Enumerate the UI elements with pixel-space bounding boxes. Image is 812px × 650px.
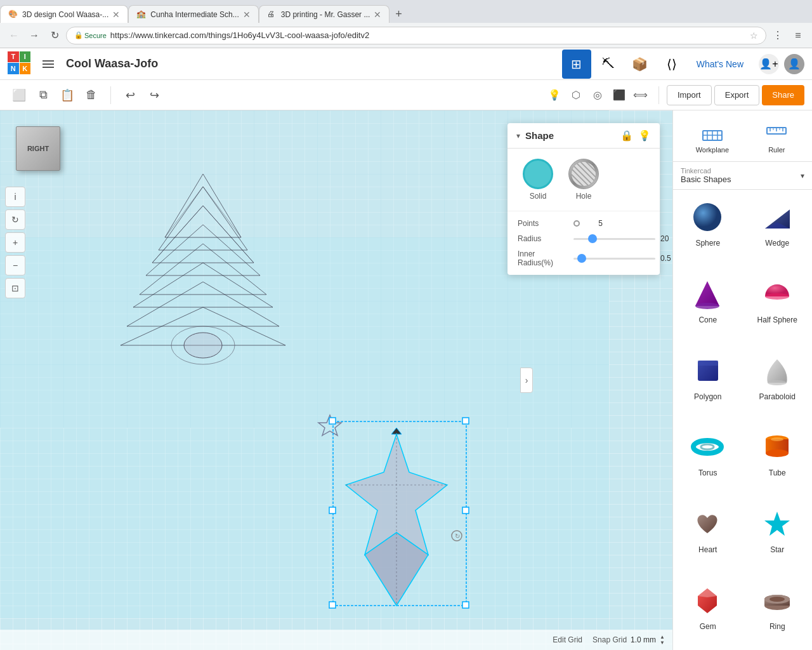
- tab-gasser[interactable]: 🖨 3D printing - Mr. Gasser ... ✕: [259, 5, 390, 23]
- svg-point-51: [768, 380, 787, 385]
- code-button[interactable]: ⟨⟩: [657, 50, 686, 79]
- new-tab-button[interactable]: +: [390, 5, 407, 23]
- svg-point-65: [769, 597, 785, 602]
- svg-text:↻: ↻: [455, 533, 460, 540]
- sphere-label: Sphere: [695, 239, 720, 248]
- redo-button[interactable]: ↪: [143, 84, 166, 107]
- svg-point-43: [693, 203, 721, 231]
- workplane-label: Workplane: [696, 146, 729, 154]
- right-sidebar: Workplane Ruler Tinker: [672, 110, 812, 650]
- shape-item-sphere[interactable]: Sphere: [673, 190, 743, 267]
- shapes-library-chevron-icon[interactable]: ▾: [801, 171, 804, 180]
- tab-tinkercad[interactable]: 🎨 3D design Cool Waasa-... ✕: [0, 5, 128, 23]
- ruler-tool[interactable]: Ruler: [764, 118, 789, 154]
- export-button[interactable]: Export: [714, 85, 760, 105]
- shape-item-star[interactable]: Star: [743, 496, 813, 573]
- svg-rect-20: [462, 418, 469, 424]
- shape-item-torus[interactable]: Torus: [673, 420, 743, 496]
- radius-slider[interactable]: [573, 238, 655, 240]
- svg-rect-22: [462, 602, 469, 608]
- cone-icon: [689, 275, 727, 313]
- wedge-icon: [758, 198, 796, 236]
- svg-point-57: [771, 437, 783, 441]
- toggle-view-btn-3[interactable]: ◎: [587, 85, 608, 105]
- import-button[interactable]: Import: [667, 85, 712, 105]
- shape-item-gem[interactable]: Gem: [673, 573, 743, 650]
- lock-icon[interactable]: 🔒: [620, 129, 633, 142]
- shape-item-polygon[interactable]: Polygon: [673, 343, 743, 420]
- svg-marker-58: [764, 512, 790, 536]
- tab-cunha[interactable]: 🏫 Cunha Intermediate Sch... ✕: [128, 5, 258, 23]
- snap-grid-label: Snap Grid: [593, 635, 627, 644]
- settings-button[interactable]: ≡: [789, 27, 807, 44]
- snap-grid-arrows[interactable]: ▲ ▼: [660, 634, 665, 646]
- back-button[interactable]: ←: [5, 27, 23, 44]
- snap-grid-value: 1.0 mm: [631, 635, 656, 644]
- user-avatar[interactable]: 👤: [784, 54, 804, 74]
- address-bar[interactable]: 🔒 Secure https://www.tinkercad.com/thing…: [66, 27, 766, 44]
- points-dot[interactable]: [573, 220, 580, 227]
- workplane-icon: [700, 118, 725, 143]
- zoom-out-button[interactable]: −: [5, 255, 25, 275]
- bookmark-icon[interactable]: ☆: [750, 30, 758, 41]
- tab-close-3[interactable]: ✕: [374, 10, 381, 20]
- menu-icon[interactable]: [38, 54, 58, 74]
- rotate-button[interactable]: ↻: [5, 209, 25, 230]
- toggle-view-btn-1[interactable]: 💡: [544, 85, 565, 105]
- svg-rect-50: [698, 361, 718, 366]
- shapes-grid: Sphere: [673, 190, 812, 650]
- edit-grid-label: Edit Grid: [553, 635, 582, 644]
- share-button[interactable]: Share: [762, 85, 804, 105]
- toolbar: ⬜ ⧉ 📋 🗑 ↩ ↪ 💡 ⬡ ◎ ⬛ ⟺ Import Export Shar…: [0, 80, 812, 110]
- view-cube[interactable]: RIGHT: [13, 123, 63, 174]
- shape-panel-chevron-icon[interactable]: ▾: [516, 131, 520, 140]
- shape-item-wedge[interactable]: Wedge: [743, 190, 813, 267]
- star-icon: [758, 505, 796, 543]
- tinkercad-logo[interactable]: T I N K: [8, 51, 33, 77]
- tab-close-1[interactable]: ✕: [112, 10, 120, 20]
- undo-button[interactable]: ↩: [119, 84, 141, 107]
- box-button[interactable]: 📦: [625, 50, 655, 79]
- toggle-view-btn-2[interactable]: ⬡: [566, 85, 586, 105]
- hole-label: Hole: [576, 192, 592, 201]
- reload-button[interactable]: ↻: [46, 27, 63, 44]
- workplane-tool[interactable]: Workplane: [696, 118, 729, 154]
- shape-item-heart[interactable]: Heart: [673, 496, 743, 573]
- solid-type[interactable]: Solid: [523, 159, 553, 201]
- tab-close-2[interactable]: ✕: [243, 10, 251, 20]
- sidebar-collapse-button[interactable]: ›: [520, 368, 533, 393]
- box-icon: 📦: [632, 56, 648, 72]
- secure-badge: 🔒 Secure: [74, 31, 107, 39]
- gallery-view-button[interactable]: ⊞: [562, 50, 591, 79]
- duplicate-button[interactable]: 📋: [56, 84, 79, 107]
- svg-point-48: [765, 293, 789, 300]
- radius-label: Radius: [518, 234, 568, 243]
- copy-button[interactable]: ⧉: [32, 84, 55, 107]
- shape-item-tube[interactable]: Tube: [743, 420, 813, 496]
- shapes-library-name: Basic Shapes: [681, 175, 801, 184]
- shape-item-ring[interactable]: Ring: [743, 573, 813, 650]
- tools-button[interactable]: ⛏: [594, 50, 623, 79]
- tube-icon: [758, 428, 796, 466]
- extensions-button[interactable]: ⋮: [769, 27, 787, 44]
- solid-label: Solid: [530, 192, 547, 201]
- add-person-button[interactable]: 👤+: [759, 54, 779, 74]
- toggle-view-btn-4[interactable]: ⬛: [609, 85, 629, 105]
- whats-new-button[interactable]: What's New: [691, 56, 749, 72]
- polygon-icon: [689, 352, 727, 390]
- zoom-in-button[interactable]: +: [5, 232, 25, 253]
- toggle-view-btn-5[interactable]: ⟺: [631, 85, 651, 105]
- lightbulb-icon[interactable]: 💡: [638, 129, 651, 142]
- inner-radius-slider[interactable]: [573, 258, 655, 260]
- viewport[interactable]: ↻ RIGHT i ↻ + − ⊡: [0, 110, 672, 650]
- shape-item-paraboloid[interactable]: Paraboloid: [743, 343, 813, 420]
- shape-item-cone[interactable]: Cone: [673, 267, 743, 343]
- delete-button[interactable]: 🗑: [80, 84, 103, 107]
- svg-rect-2: [0, 237, 609, 618]
- forward-button[interactable]: →: [25, 27, 43, 44]
- new-button[interactable]: ⬜: [8, 84, 30, 107]
- fit-view-button[interactable]: ⊡: [5, 278, 25, 298]
- hole-type[interactable]: Hole: [568, 159, 599, 201]
- info-button[interactable]: i: [5, 187, 25, 207]
- shape-item-half-sphere[interactable]: Half Sphere: [743, 267, 813, 343]
